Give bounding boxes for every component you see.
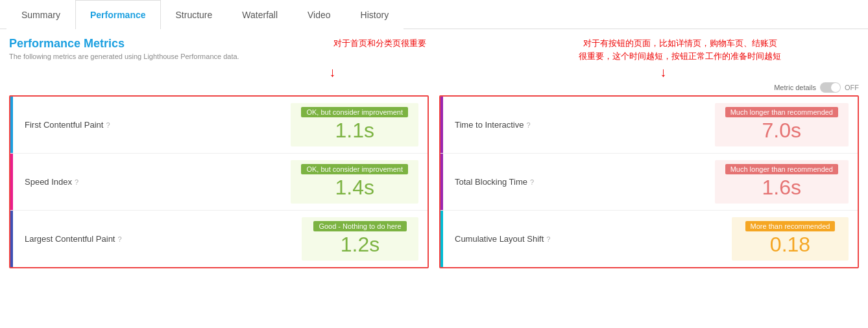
metric-value: 1.1s [301,119,408,143]
metric-name: Time to Interactive ? [450,120,715,130]
metric-color-bar [10,97,13,153]
metric-color-bar [440,97,443,153]
metric-help-icon[interactable]: ? [530,178,534,186]
metric-name: First Contentful Paint ? [19,120,291,130]
metric-help-icon[interactable]: ? [526,121,530,129]
metric-name: Speed Index ? [19,177,291,187]
arrow-left: ↓ [191,65,474,80]
page-content: Performance Metrics The following metric… [0,29,868,276]
annotation-left-area: 对于首页和分类页很重要 [239,37,507,50]
metric-color-bar [440,154,443,210]
metric-status-label: Much longer than recommended [725,107,838,117]
annotation-right-text: 对于有按钮的页面，比如详情页，购物车页、结账页 很重要，这个时间越短，按钮正常工… [527,37,833,62]
tab-structure[interactable]: Structure [161,0,228,29]
toggle-knob [831,83,840,92]
metrics-left-panel: First Contentful Paint ?OK, but consider… [9,95,429,268]
metric-value-box: Good - Nothing to do here1.2s [302,217,418,261]
metric-help-icon[interactable]: ? [106,121,110,129]
metric-value-box: Much longer than recommended7.0s [715,103,849,146]
metric-row: Time to Interactive ?Much longer than re… [440,97,858,154]
metric-color-bar [10,154,13,210]
metric-value-box: OK, but consider improvement1.4s [291,160,418,204]
metrics-right-panel: Time to Interactive ?Much longer than re… [439,95,859,268]
page-subtitle: The following metrics are generated usin… [9,53,239,60]
page-title: Performance Metrics [9,37,239,51]
metric-status-label: OK, but consider improvement [301,107,408,117]
metric-value-box: OK, but consider improvement1.1s [291,103,418,146]
metric-color-bar [10,211,13,267]
metric-help-icon[interactable]: ? [75,178,78,186]
metric-value: 0.18 [742,233,838,257]
tab-performance[interactable]: Performance [75,0,161,29]
metric-help-icon[interactable]: ? [117,235,121,243]
tab-video[interactable]: Video [293,0,346,29]
tab-history[interactable]: History [346,0,404,29]
metric-status-label: Good - Nothing to do here [313,221,406,231]
tab-summary[interactable]: Summary [6,0,75,29]
metric-row: Cumulative Layout Shift ?More than recom… [440,211,858,267]
metric-value-box: Much longer than recommended1.6s [715,160,849,204]
metric-details-row: Metric details OFF [9,82,859,93]
annotation-left-text: 对于首页和分类页很重要 [252,37,507,50]
metric-value-box: More than recommended0.18 [732,217,849,261]
metric-status-label: OK, but consider improvement [301,164,408,174]
metric-row: Speed Index ?OK, but consider improvemen… [10,154,428,211]
metrics-grid: First Contentful Paint ?OK, but consider… [9,95,859,268]
tab-waterfall[interactable]: Waterfall [227,0,293,29]
tab-bar: Summary Performance Structure Waterfall … [0,0,868,29]
metric-row: First Contentful Paint ?OK, but consider… [10,97,428,154]
metric-color-bar [440,211,443,267]
toggle-off-label: OFF [845,84,859,91]
metric-value: 1.2s [312,233,408,257]
metric-value: 1.4s [301,176,408,200]
title-block: Performance Metrics The following metric… [9,37,239,60]
arrow-right: ↓ [493,65,833,80]
metric-value: 1.6s [725,176,838,200]
metric-status-label: Much longer than recommended [725,164,838,174]
metric-name: Cumulative Layout Shift ? [450,234,732,244]
metric-value: 7.0s [725,119,838,143]
metric-status-label: More than recommended [745,221,836,231]
metric-row: Largest Contentful Paint ?Good - Nothing… [10,211,428,267]
annotation-right-area: 对于有按钮的页面，比如详情页，购物车页、结账页 很重要，这个时间越短，按钮正常工… [507,37,833,62]
metric-details-label: Metric details [774,84,816,91]
metric-row: Total Blocking Time ?Much longer than re… [440,154,858,211]
metric-details-toggle[interactable] [820,82,841,93]
metric-name: Largest Contentful Paint ? [19,234,302,244]
metric-name: Total Blocking Time ? [450,177,715,187]
metric-help-icon[interactable]: ? [546,235,550,243]
